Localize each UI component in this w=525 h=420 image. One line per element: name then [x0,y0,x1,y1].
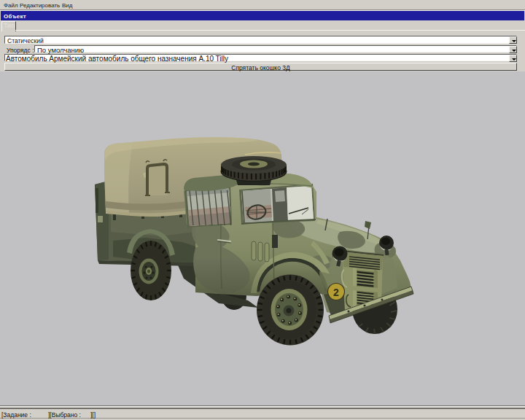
svg-text:2: 2 [333,287,339,298]
